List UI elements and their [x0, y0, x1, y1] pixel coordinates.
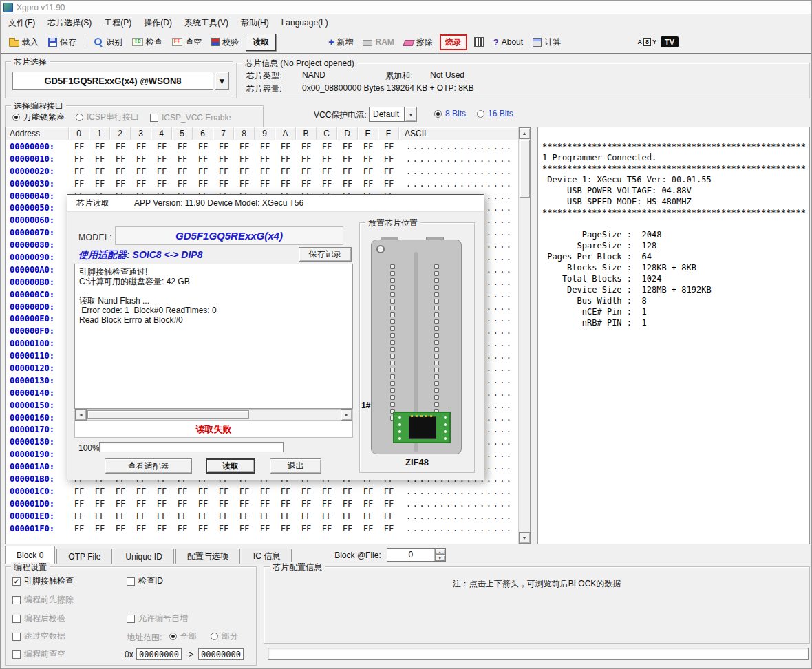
hex-byte-cell[interactable]: FF — [131, 142, 151, 151]
hex-byte-cell[interactable]: FF — [317, 179, 337, 189]
range-all-radio[interactable]: 全部 — [169, 630, 197, 642]
hex-byte-cell[interactable]: FF — [172, 179, 193, 189]
hex-byte-cell[interactable]: FF — [255, 511, 275, 521]
hex-byte-cell[interactable]: FF — [131, 511, 151, 521]
hex-byte-cell[interactable]: FF — [110, 487, 131, 496]
erase-button[interactable]: 擦除 — [401, 34, 436, 50]
hex-byte-cell[interactable]: FF — [89, 499, 110, 509]
hex-byte-cell[interactable]: FF — [151, 511, 172, 521]
hex-byte-cell[interactable]: FF — [234, 179, 255, 189]
pin-contact-check-checkbox[interactable]: 引脚接触检查 — [12, 575, 74, 587]
burn-button[interactable]: 烧录 — [440, 34, 467, 50]
hex-byte-cell[interactable]: FF — [275, 499, 296, 509]
dialog-title-bar[interactable]: 芯片读取 APP Version: 11.90 Device Model: XG… — [67, 195, 484, 212]
hscroll-left-button[interactable]: ◄ — [75, 409, 87, 421]
hex-byte-cell[interactable]: FF — [89, 487, 110, 496]
tab-1[interactable]: OTP File — [56, 549, 112, 564]
hex-byte-cell[interactable]: FF — [131, 154, 151, 164]
hex-byte-cell[interactable]: FF — [358, 487, 378, 496]
hex-byte-cell[interactable]: FF — [193, 499, 213, 509]
tab-3[interactable]: 配置与选项 — [175, 549, 240, 564]
icsp-vcc-checkbox[interactable]: ICSP_VCC Enable — [150, 113, 231, 123]
hex-byte-cell[interactable]: FF — [337, 524, 358, 533]
menu-item-1[interactable]: 芯片选择(S) — [41, 14, 98, 32]
ram-button[interactable]: RAM — [360, 35, 396, 49]
scroll-thumb[interactable] — [520, 140, 530, 198]
hex-byte-cell[interactable]: FF — [89, 179, 110, 189]
hex-byte-cell[interactable]: FF — [358, 154, 378, 164]
hex-byte-cell[interactable]: FF — [193, 487, 213, 496]
hex-byte-cell[interactable]: FF — [378, 487, 399, 496]
hex-byte-cell[interactable]: FF — [275, 487, 296, 496]
hex-byte-cell[interactable]: FF — [213, 167, 234, 176]
hex-byte-cell[interactable]: FF — [213, 499, 234, 509]
hex-byte-cell[interactable]: FF — [131, 487, 151, 496]
hex-byte-cell[interactable]: FF — [110, 154, 131, 164]
scroll-down-button[interactable]: ▼ — [519, 532, 531, 544]
hex-byte-cell[interactable]: FF — [317, 511, 337, 521]
hex-byte-cell[interactable]: FF — [255, 167, 275, 176]
socket-interface-radio[interactable]: 万能锁紧座 — [12, 111, 65, 123]
add-button[interactable]: + 新增 — [325, 34, 356, 50]
hex-byte-cell[interactable]: FF — [213, 524, 234, 533]
hex-byte-cell[interactable]: FF — [151, 499, 172, 509]
hscroll-thumb[interactable] — [87, 410, 249, 419]
hex-byte-cell[interactable]: FF — [69, 511, 89, 521]
hex-byte-cell[interactable]: FF — [358, 142, 378, 151]
blank-check-before-program-checkbox[interactable]: 编程前查空 — [12, 648, 65, 660]
hex-byte-cell[interactable]: FF — [317, 142, 337, 151]
hex-byte-cell[interactable]: FF — [193, 179, 213, 189]
save-log-button[interactable]: 保存记录 — [299, 247, 352, 262]
hex-byte-cell[interactable]: FF — [255, 487, 275, 496]
hex-byte-cell[interactable]: FF — [172, 142, 193, 151]
hex-byte-cell[interactable]: FF — [151, 154, 172, 164]
about-button[interactable]: ? About — [491, 35, 526, 50]
hex-byte-cell[interactable]: FF — [275, 154, 296, 164]
hex-byte-cell[interactable]: FF — [337, 142, 358, 151]
verify-after-program-checkbox[interactable]: 编程后校验 — [12, 613, 65, 624]
tv-tool-button[interactable]: TV — [661, 36, 679, 47]
hex-byte-cell[interactable]: FF — [296, 142, 317, 151]
bits16-radio[interactable]: 16 Bits — [477, 109, 513, 118]
hex-byte-cell[interactable]: FF — [172, 511, 193, 521]
block-spinner[interactable]: 0 ▲ ▼ — [387, 548, 446, 562]
tab-2[interactable]: Unique ID — [114, 549, 173, 564]
hex-byte-cell[interactable]: FF — [255, 142, 275, 151]
dialog-exit-button[interactable]: 退出 — [270, 458, 321, 474]
hex-byte-cell[interactable]: FF — [110, 511, 131, 521]
hex-byte-cell[interactable]: FF — [131, 179, 151, 189]
hex-byte-cell[interactable]: FF — [317, 487, 337, 496]
hex-byte-cell[interactable]: FF — [358, 524, 378, 533]
menu-item-3[interactable]: 操作(D) — [138, 14, 178, 32]
hex-byte-cell[interactable]: FF — [234, 499, 255, 509]
erase-before-program-checkbox[interactable]: 编程前先擦除 — [12, 594, 74, 606]
hex-byte-cell[interactable]: FF — [193, 154, 213, 164]
range-part-radio[interactable]: 部分 — [211, 630, 238, 642]
auto-detect-button[interactable]: 识别 — [91, 34, 125, 50]
hex-byte-cell[interactable]: FF — [275, 179, 296, 189]
hex-byte-cell[interactable]: FF — [172, 154, 193, 164]
hex-byte-cell[interactable]: FF — [296, 511, 317, 521]
hex-byte-cell[interactable]: FF — [378, 499, 399, 509]
address-to-input[interactable] — [198, 648, 244, 660]
hex-byte-cell[interactable]: FF — [69, 142, 89, 151]
menu-item-0[interactable]: 文件(F) — [2, 14, 41, 32]
hex-byte-cell[interactable]: FF — [110, 142, 131, 151]
hex-byte-cell[interactable]: FF — [378, 154, 399, 164]
hex-byte-cell[interactable]: FF — [193, 524, 213, 533]
hex-byte-cell[interactable]: FF — [151, 179, 172, 189]
hex-byte-cell[interactable]: FF — [337, 487, 358, 496]
hex-byte-cell[interactable]: FF — [110, 524, 131, 533]
spinner-down-button[interactable]: ▼ — [435, 555, 445, 561]
hex-byte-cell[interactable]: FF — [69, 487, 89, 496]
hex-scrollbar[interactable]: ▲ ▼ — [518, 127, 530, 544]
load-button[interactable]: 载入 — [6, 34, 41, 50]
hex-byte-cell[interactable]: FF — [255, 154, 275, 164]
hex-byte-cell[interactable]: FF — [378, 167, 399, 176]
skip-blank-checkbox[interactable]: 跳过空数据 — [12, 630, 65, 642]
hex-byte-cell[interactable]: FF — [234, 487, 255, 496]
hex-byte-cell[interactable]: FF — [213, 487, 234, 496]
hex-byte-cell[interactable]: FF — [151, 167, 172, 176]
check-id-checkbox[interactable]: 检查ID — [127, 575, 163, 587]
hex-byte-cell[interactable]: FF — [358, 167, 378, 176]
